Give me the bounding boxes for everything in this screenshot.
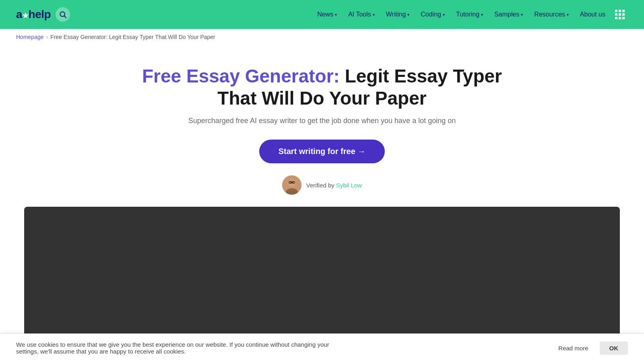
title-highlight: Free Essay Generator: — [142, 66, 340, 86]
cookie-message: We use cookies to ensure that we give yo… — [16, 341, 330, 348]
chevron-down-icon: ▾ — [521, 12, 523, 17]
grid-icon — [615, 10, 625, 19]
chevron-down-icon: ▾ — [373, 12, 375, 17]
search-button[interactable] — [56, 7, 70, 22]
chevron-down-icon: ▾ — [335, 12, 337, 17]
author-link[interactable]: Sybil Low — [336, 182, 362, 189]
svg-line-1 — [64, 16, 66, 18]
content-preview — [24, 207, 620, 348]
nav-ai-tools[interactable]: AI Tools ▾ — [343, 8, 380, 21]
ok-button[interactable]: OK — [600, 341, 628, 348]
nav-writing[interactable]: Writing ▾ — [381, 8, 415, 21]
cta-start-writing[interactable]: Start writing for free → — [259, 140, 385, 163]
chevron-down-icon: ▾ — [443, 12, 445, 17]
nav-tutoring[interactable]: Tutoring ▾ — [451, 8, 488, 21]
avatar — [282, 175, 301, 195]
header-left: a★help — [16, 7, 70, 22]
nav-coding[interactable]: Coding ▾ — [416, 8, 450, 21]
cookie-actions: Read more OK — [552, 341, 628, 348]
main-content: Free Essay Generator: Legit Essay Typer … — [0, 45, 644, 348]
verified-row: Verified by Sybil Low — [8, 175, 636, 195]
nav-news[interactable]: News ▾ — [312, 8, 342, 21]
breadcrumb-current: Free Essay Generator: Legit Essay Typer … — [50, 34, 215, 40]
chevron-down-icon: ▾ — [481, 12, 483, 17]
subtitle: Supercharged free AI essay writer to get… — [8, 117, 636, 125]
site-header: a★help News ▾ AI Tools ▾ Writing ▾ Codin… — [0, 0, 644, 29]
logo[interactable]: a★help — [16, 8, 51, 21]
main-nav: News ▾ AI Tools ▾ Writing ▾ Coding ▾ Tut… — [312, 6, 628, 23]
nav-samples[interactable]: Samples ▾ — [489, 8, 528, 21]
nav-about-us[interactable]: About us — [575, 8, 610, 21]
breadcrumb-separator: › — [46, 34, 48, 40]
read-more-button[interactable]: Read more — [552, 341, 594, 348]
page-title: Free Essay Generator: Legit Essay Typer … — [141, 65, 503, 109]
breadcrumb: Homepage › Free Essay Generator: Legit E… — [0, 29, 644, 45]
nav-resources[interactable]: Resources ▾ — [529, 8, 573, 21]
chevron-down-icon: ▾ — [567, 12, 569, 17]
cookie-banner: We use cookies to ensure that we give yo… — [0, 333, 644, 348]
grid-menu-button[interactable] — [612, 6, 628, 23]
chevron-down-icon: ▾ — [407, 12, 409, 17]
verified-text: Verified by Sybil Low — [306, 182, 362, 189]
breadcrumb-home[interactable]: Homepage — [16, 34, 44, 40]
logo-text: a★help — [16, 8, 51, 21]
